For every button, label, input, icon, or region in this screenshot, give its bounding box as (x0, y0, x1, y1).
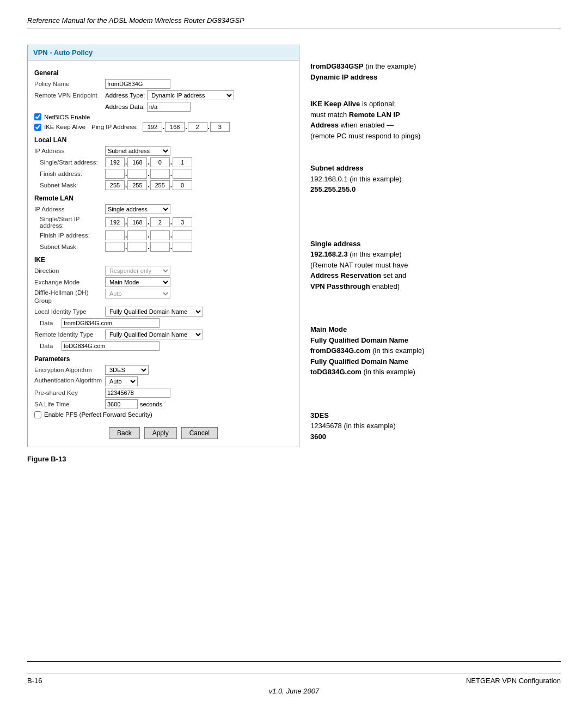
sa-life-label: SA Life Time (34, 401, 105, 407)
remote-ip-type-select[interactable]: Single address (105, 204, 170, 214)
exchange-select[interactable]: Main Mode (105, 277, 170, 287)
local-finish-3[interactable] (150, 169, 170, 179)
local-finish-label: Finish address: (34, 171, 105, 177)
remote-mask-1[interactable] (105, 242, 125, 252)
remote-finish-label: Finish IP address: (34, 232, 105, 239)
local-finish-1[interactable] (105, 169, 125, 179)
remote-mask-2[interactable] (127, 242, 147, 252)
remote-ip-label: IP Address (34, 206, 105, 212)
figure-label: Figure B-13 (27, 455, 299, 463)
annotation-5: Single address 192.168.2.3 (in this exam… (310, 239, 561, 292)
local-ip-3[interactable] (150, 157, 170, 167)
ping-ip-3[interactable] (188, 122, 207, 132)
annotation-12: 3DES 12345678 (in this example) 3600 (310, 410, 561, 442)
section-remote-lan: Remote LAN (34, 194, 292, 202)
address-data-input[interactable] (147, 102, 191, 112)
remote-identity-select[interactable]: Fully Qualified Domain Name (105, 330, 203, 339)
local-mask-3[interactable] (150, 180, 170, 190)
remote-data-label: Data (34, 343, 62, 349)
annotation-2: IKE Keep Alive is optional; must match R… (310, 99, 561, 141)
pfs-checkbox[interactable] (34, 411, 41, 418)
ping-ip-2[interactable] (165, 122, 185, 132)
vpn-title: VPN - Auto Policy (28, 45, 299, 60)
netbios-label: NetBIOS Enable (44, 114, 90, 120)
footer-center: v1.0, June 2007 (27, 687, 561, 695)
sa-life-unit: seconds (140, 401, 162, 407)
direction-label: Direction (34, 267, 105, 274)
footer-right: NETGEAR VPN Configuration (466, 677, 561, 685)
remote-single-start-label: Single/Start IP address: (34, 216, 105, 229)
preshared-input[interactable] (105, 388, 170, 398)
direction-select[interactable]: Responder only (105, 266, 170, 276)
local-single-start-label: Single/Start address: (34, 159, 105, 166)
remote-ip-3[interactable] (150, 217, 170, 227)
remote-finish-2[interactable] (127, 230, 147, 240)
encryption-select[interactable]: 3DES (105, 365, 149, 375)
section-local-lan: Local LAN (34, 136, 292, 144)
remote-mask-3[interactable] (150, 242, 170, 252)
remote-data-input[interactable] (62, 341, 160, 351)
section-parameters: Parameters (34, 355, 292, 363)
encryption-label: Encryption Algorithm (34, 367, 105, 373)
ping-ip-4[interactable] (210, 122, 230, 132)
remote-finish-3[interactable] (150, 230, 170, 240)
local-mask-label: Subnet Mask: (34, 182, 105, 188)
address-type-select[interactable]: Dynamic IP address (147, 90, 234, 100)
local-finish-2[interactable] (127, 169, 147, 179)
local-mask-2[interactable] (127, 180, 147, 190)
annotation-1: fromDG834GSP (in the example) Dynamic IP… (310, 61, 561, 82)
exchange-label: Exchange Mode (34, 279, 105, 285)
ping-ip-label: Ping IP Address: (91, 124, 138, 130)
remote-ip-1[interactable] (105, 217, 125, 227)
remote-finish-4[interactable] (173, 230, 192, 240)
local-ip-1[interactable] (105, 157, 125, 167)
preshared-label: Pre-shared Key (34, 389, 105, 396)
section-ike: IKE (34, 256, 292, 264)
local-identity-select[interactable]: Fully Qualified Domain Name (105, 307, 203, 317)
remote-vpn-label: Remote VPN Endpoint (34, 92, 105, 99)
cancel-button[interactable]: Cancel (181, 427, 218, 439)
back-button[interactable]: Back (109, 427, 140, 439)
auth-select[interactable]: Auto (105, 376, 138, 386)
annotation-3: Subnet address 192.168.0.1 (in this exam… (310, 163, 561, 195)
local-mask-4[interactable] (173, 180, 192, 190)
annotation-7: Main Mode Fully Qualified Domain Name fr… (310, 324, 561, 378)
remote-identity-label: Remote Identity Type (34, 331, 105, 338)
local-ip-2[interactable] (127, 157, 147, 167)
apply-button[interactable]: Apply (144, 427, 177, 439)
local-ip-4[interactable] (173, 157, 192, 167)
local-data-label: Data (34, 320, 62, 326)
remote-ip-4[interactable] (173, 217, 192, 227)
local-data-input[interactable] (62, 318, 160, 328)
local-identity-label: Local Identity Type (34, 308, 105, 315)
local-finish-4[interactable] (173, 169, 192, 179)
local-subnet-type-select[interactable]: Subnet address (105, 146, 170, 156)
address-data-label: Address Data: (105, 104, 145, 110)
policy-name-input[interactable] (105, 79, 170, 89)
form-buttons: Back Apply Cancel (34, 424, 292, 442)
auth-label: Authentication Algorithm (34, 376, 105, 385)
address-type-label: Address Type: (105, 92, 145, 99)
ike-keepalive-label: IKE Keep Alive (44, 124, 85, 130)
footer-left: B-16 (27, 677, 42, 685)
header-title: Reference Manual for the ADSL Modem Wire… (27, 16, 561, 25)
remote-mask-label: Subnet Mask: (34, 244, 105, 250)
local-mask-1[interactable] (105, 180, 125, 190)
dh-select[interactable]: Auto (105, 289, 170, 299)
dh-label: Diffie-Hellman (DH) Group (34, 289, 105, 305)
ping-ip-1[interactable] (143, 122, 162, 132)
sa-life-input[interactable] (105, 399, 138, 409)
remote-finish-1[interactable] (105, 230, 125, 240)
section-general: General (34, 69, 292, 77)
pfs-label: Enable PFS (Perfect Forward Security) (44, 411, 152, 418)
netbios-checkbox[interactable] (34, 113, 41, 120)
remote-ip-2[interactable] (127, 217, 147, 227)
local-ip-label: IP Address (34, 148, 105, 154)
annotations-panel: fromDG834GSP (in the example) Dynamic IP… (310, 45, 561, 656)
policy-name-label: Policy Name (34, 81, 105, 87)
ike-keepalive-checkbox[interactable] (34, 124, 41, 131)
vpn-form-box: VPN - Auto Policy General Policy Name Re… (27, 45, 299, 447)
remote-mask-4[interactable] (173, 242, 192, 252)
